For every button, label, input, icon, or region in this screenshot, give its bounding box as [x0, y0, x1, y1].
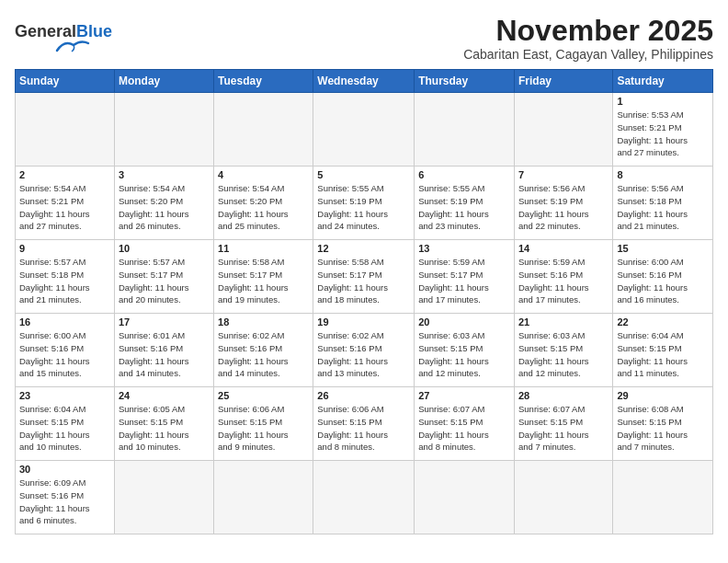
calendar-header-monday: Monday	[114, 70, 213, 93]
day-info: Sunrise: 6:06 AM Sunset: 5:15 PM Dayligh…	[317, 403, 410, 454]
day-number: 12	[317, 243, 410, 254]
calendar-week-row: 16Sunrise: 6:00 AM Sunset: 5:16 PM Dayli…	[16, 314, 713, 387]
day-number: 24	[119, 390, 210, 401]
calendar-cell	[114, 461, 213, 534]
calendar-cell: 2Sunrise: 5:54 AM Sunset: 5:21 PM Daylig…	[16, 167, 115, 240]
calendar-cell: 18Sunrise: 6:02 AM Sunset: 5:16 PM Dayli…	[214, 314, 313, 387]
day-info: Sunrise: 5:58 AM Sunset: 5:17 PM Dayligh…	[218, 256, 309, 306]
day-number: 13	[418, 243, 510, 254]
calendar-cell: 14Sunrise: 5:59 AM Sunset: 5:16 PM Dayli…	[514, 240, 612, 314]
calendar-cell: 27Sunrise: 6:07 AM Sunset: 5:15 PM Dayli…	[415, 387, 515, 461]
calendar-cell: 23Sunrise: 6:04 AM Sunset: 5:15 PM Dayli…	[16, 387, 115, 461]
calendar-cell: 20Sunrise: 6:03 AM Sunset: 5:15 PM Dayli…	[415, 314, 515, 387]
day-number: 20	[418, 316, 510, 327]
calendar-cell	[214, 93, 313, 167]
day-number: 23	[19, 390, 110, 401]
day-info: Sunrise: 6:09 AM Sunset: 5:16 PM Dayligh…	[19, 477, 110, 527]
calendar-cell: 15Sunrise: 6:00 AM Sunset: 5:16 PM Dayli…	[613, 240, 713, 314]
day-number: 8	[617, 169, 709, 180]
day-number: 28	[518, 390, 609, 401]
day-info: Sunrise: 6:05 AM Sunset: 5:15 PM Dayligh…	[119, 403, 210, 454]
calendar-cell: 24Sunrise: 6:05 AM Sunset: 5:15 PM Dayli…	[114, 387, 213, 461]
day-number: 5	[317, 169, 410, 180]
month-title: November 2025	[463, 15, 713, 47]
day-info: Sunrise: 5:53 AM Sunset: 5:21 PM Dayligh…	[617, 109, 709, 159]
day-info: Sunrise: 6:04 AM Sunset: 5:15 PM Dayligh…	[19, 403, 110, 454]
day-info: Sunrise: 5:56 AM Sunset: 5:18 PM Dayligh…	[617, 182, 709, 233]
day-info: Sunrise: 6:07 AM Sunset: 5:15 PM Dayligh…	[518, 403, 609, 454]
calendar-week-row: 9Sunrise: 5:57 AM Sunset: 5:18 PM Daylig…	[16, 240, 713, 314]
day-info: Sunrise: 6:07 AM Sunset: 5:15 PM Dayligh…	[418, 403, 510, 454]
calendar-cell	[514, 461, 612, 534]
calendar-header-thursday: Thursday	[415, 70, 515, 93]
calendar-cell: 1Sunrise: 5:53 AM Sunset: 5:21 PM Daylig…	[613, 93, 713, 167]
calendar-cell: 29Sunrise: 6:08 AM Sunset: 5:15 PM Dayli…	[613, 387, 713, 461]
calendar-cell: 11Sunrise: 5:58 AM Sunset: 5:17 PM Dayli…	[214, 240, 313, 314]
day-number: 30	[19, 464, 110, 475]
day-number: 15	[617, 243, 709, 254]
calendar-header-sunday: Sunday	[16, 70, 115, 93]
calendar-cell	[214, 461, 313, 534]
calendar-cell	[313, 93, 415, 167]
day-info: Sunrise: 6:01 AM Sunset: 5:16 PM Dayligh…	[119, 329, 210, 380]
calendar-cell: 17Sunrise: 6:01 AM Sunset: 5:16 PM Dayli…	[114, 314, 213, 387]
day-info: Sunrise: 6:04 AM Sunset: 5:15 PM Dayligh…	[617, 329, 709, 380]
calendar-cell: 6Sunrise: 5:55 AM Sunset: 5:19 PM Daylig…	[415, 167, 515, 240]
calendar-week-row: 1Sunrise: 5:53 AM Sunset: 5:21 PM Daylig…	[16, 93, 713, 167]
calendar-cell: 13Sunrise: 5:59 AM Sunset: 5:17 PM Dayli…	[415, 240, 515, 314]
day-info: Sunrise: 5:56 AM Sunset: 5:19 PM Dayligh…	[518, 182, 609, 233]
day-number: 16	[19, 316, 110, 327]
page-header: General Blue November 2025 Cabaritan Eas…	[15, 15, 713, 62]
calendar-header-row: SundayMondayTuesdayWednesdayThursdayFrid…	[16, 70, 713, 93]
calendar-cell	[114, 93, 213, 167]
calendar-week-row: 2Sunrise: 5:54 AM Sunset: 5:21 PM Daylig…	[16, 167, 713, 240]
day-info: Sunrise: 6:02 AM Sunset: 5:16 PM Dayligh…	[317, 329, 410, 380]
calendar-cell	[613, 461, 713, 534]
calendar-cell: 16Sunrise: 6:00 AM Sunset: 5:16 PM Dayli…	[16, 314, 115, 387]
day-number: 29	[617, 390, 709, 401]
day-number: 18	[218, 316, 309, 327]
calendar-cell: 21Sunrise: 6:03 AM Sunset: 5:15 PM Dayli…	[514, 314, 612, 387]
calendar-cell: 10Sunrise: 5:57 AM Sunset: 5:17 PM Dayli…	[114, 240, 213, 314]
day-info: Sunrise: 6:02 AM Sunset: 5:16 PM Dayligh…	[218, 329, 309, 380]
day-info: Sunrise: 5:54 AM Sunset: 5:20 PM Dayligh…	[119, 182, 210, 233]
day-number: 4	[218, 169, 309, 180]
day-info: Sunrise: 5:59 AM Sunset: 5:16 PM Dayligh…	[518, 256, 609, 306]
calendar-cell: 22Sunrise: 6:04 AM Sunset: 5:15 PM Dayli…	[613, 314, 713, 387]
calendar-cell: 30Sunrise: 6:09 AM Sunset: 5:16 PM Dayli…	[16, 461, 115, 534]
calendar-cell	[514, 93, 612, 167]
title-block: November 2025 Cabaritan East, Cagayan Va…	[463, 15, 713, 62]
day-number: 25	[218, 390, 309, 401]
calendar-cell: 7Sunrise: 5:56 AM Sunset: 5:19 PM Daylig…	[514, 167, 612, 240]
calendar-table: SundayMondayTuesdayWednesdayThursdayFrid…	[15, 69, 713, 534]
day-info: Sunrise: 6:06 AM Sunset: 5:15 PM Dayligh…	[218, 403, 309, 454]
day-info: Sunrise: 5:58 AM Sunset: 5:17 PM Dayligh…	[317, 256, 410, 306]
day-number: 17	[119, 316, 210, 327]
day-info: Sunrise: 6:03 AM Sunset: 5:15 PM Dayligh…	[518, 329, 609, 380]
day-number: 14	[518, 243, 609, 254]
calendar-cell	[415, 461, 515, 534]
day-number: 3	[119, 169, 210, 180]
day-number: 1	[617, 96, 709, 107]
day-info: Sunrise: 6:00 AM Sunset: 5:16 PM Dayligh…	[19, 329, 110, 380]
day-number: 26	[317, 390, 410, 401]
day-number: 27	[418, 390, 510, 401]
day-info: Sunrise: 6:03 AM Sunset: 5:15 PM Dayligh…	[418, 329, 510, 380]
day-info: Sunrise: 5:54 AM Sunset: 5:20 PM Dayligh…	[218, 182, 309, 233]
day-info: Sunrise: 5:57 AM Sunset: 5:18 PM Dayligh…	[19, 256, 110, 306]
day-info: Sunrise: 5:59 AM Sunset: 5:17 PM Dayligh…	[418, 256, 510, 306]
day-info: Sunrise: 6:00 AM Sunset: 5:16 PM Dayligh…	[617, 256, 709, 306]
calendar-cell: 8Sunrise: 5:56 AM Sunset: 5:18 PM Daylig…	[613, 167, 713, 240]
calendar-header-saturday: Saturday	[613, 70, 713, 93]
day-info: Sunrise: 5:54 AM Sunset: 5:21 PM Dayligh…	[19, 182, 110, 233]
day-number: 19	[317, 316, 410, 327]
calendar-week-row: 23Sunrise: 6:04 AM Sunset: 5:15 PM Dayli…	[16, 387, 713, 461]
day-info: Sunrise: 5:57 AM Sunset: 5:17 PM Dayligh…	[119, 256, 210, 306]
day-number: 21	[518, 316, 609, 327]
calendar-cell: 19Sunrise: 6:02 AM Sunset: 5:16 PM Dayli…	[313, 314, 415, 387]
calendar-cell: 28Sunrise: 6:07 AM Sunset: 5:15 PM Dayli…	[514, 387, 612, 461]
calendar-header-friday: Friday	[514, 70, 612, 93]
day-info: Sunrise: 6:08 AM Sunset: 5:15 PM Dayligh…	[617, 403, 709, 454]
calendar-cell: 3Sunrise: 5:54 AM Sunset: 5:20 PM Daylig…	[114, 167, 213, 240]
day-number: 2	[19, 169, 110, 180]
